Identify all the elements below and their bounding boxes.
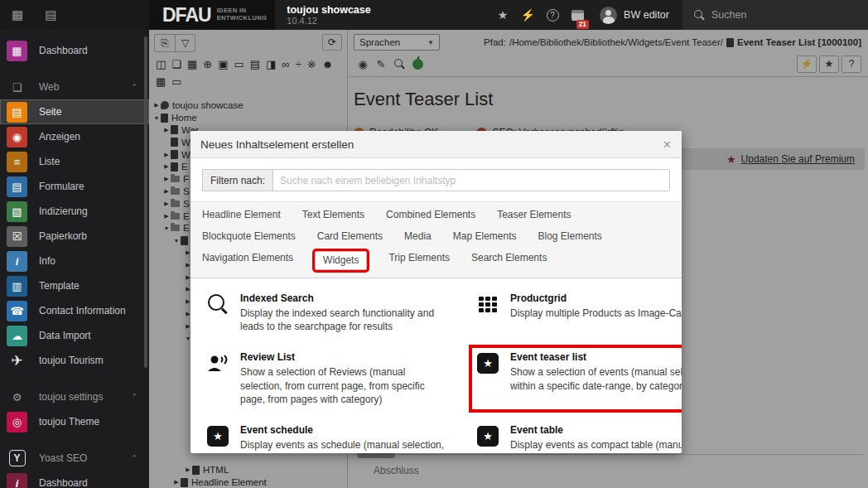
sidebar-item-label: Liste — [39, 156, 60, 167]
notification-badge: 21 — [576, 20, 589, 29]
element-item-icon: ★ — [475, 424, 500, 453]
element-item[interactable]: ★ Event table Display events as compact … — [472, 421, 682, 453]
element-item-description: Display events as schedule (manual selec… — [240, 438, 449, 453]
sidebar-item[interactable]: ☁ Data Import — [0, 323, 149, 348]
event-star-icon: ★ — [207, 426, 229, 447]
sidebar-item-icon: ▤ — [7, 176, 27, 197]
element-item-title: Review List — [240, 351, 449, 363]
sidebar-item-icon: i — [7, 473, 27, 488]
category-tab[interactable]: Blockquote Elements — [202, 230, 296, 244]
sidebar-item-label: Web — [39, 81, 59, 93]
element-item-title: Event table — [510, 424, 682, 436]
site-name: toujou showcase — [287, 4, 370, 16]
sidebar-item-label: toujou settings — [39, 391, 103, 403]
element-item[interactable]: Productgrid Display multiple Products as… — [472, 289, 682, 336]
sidebar-item[interactable]: ✈ toujou Tourism — [0, 348, 149, 373]
sidebar-item-label: toujou Tourism — [39, 355, 104, 366]
close-icon[interactable]: ✕ — [663, 138, 672, 151]
user-menu[interactable]: BW editor — [624, 9, 682, 21]
sidebar-item[interactable]: ☒ Papierkorb — [0, 224, 149, 249]
category-tab[interactable]: Blog Elements — [538, 230, 602, 244]
sidebar-item[interactable]: i Info — [0, 249, 149, 273]
help-icon[interactable]: ? — [540, 0, 565, 30]
sidebar-item[interactable]: ▥ Template — [0, 273, 149, 298]
search-icon — [694, 10, 704, 20]
bookmark-star-icon[interactable]: ★ — [490, 0, 515, 30]
sidebar-item[interactable]: ≡ Liste — [0, 149, 149, 174]
element-item-icon: ★ — [475, 351, 500, 406]
category-tab[interactable]: Map Elements — [453, 230, 517, 244]
sidebar-item-label: Dashboard — [39, 477, 88, 488]
category-tab[interactable]: Trip Elements — [388, 251, 450, 270]
sidebar-item-label: Dashboard — [39, 45, 88, 56]
element-list: Indexed Search Display the indexed searc… — [190, 278, 682, 453]
element-item-description: Display events as compact table (manual … — [510, 438, 682, 453]
chevron-up-icon: ⌃ — [131, 83, 137, 91]
new-content-element-modal: Neues Inhaltselement erstellen ✕ Filtern… — [190, 131, 682, 453]
filter-label: Filtern nach: — [202, 169, 272, 191]
element-item-title: Event schedule — [240, 424, 449, 436]
element-item-description: Show a selection of events (manual selec… — [510, 365, 682, 392]
category-tab[interactable]: Search Elements — [471, 251, 547, 270]
filter-row: Filtern nach: — [202, 169, 670, 191]
category-tab[interactable]: Widgets — [315, 251, 367, 270]
magnifier-icon — [208, 294, 228, 314]
sidebar-item-icon: ⚙ — [7, 387, 27, 408]
sidebar-item-icon: ▧ — [7, 201, 27, 222]
sidebar-scrollbar[interactable] — [144, 36, 147, 368]
filter-input[interactable] — [272, 169, 670, 191]
sidebar-item[interactable]: i Dashboard — [0, 471, 149, 488]
sidebar-item[interactable]: ▤ Seite — [0, 99, 149, 124]
sidebar-item-label: Yoast SEO — [39, 452, 87, 464]
sidebar-item-icon: ❏ — [7, 77, 27, 98]
element-item-icon: ★ — [205, 424, 230, 453]
review-person-icon — [207, 353, 229, 373]
element-item-icon — [475, 292, 500, 333]
modules-grid-icon[interactable]: ▦ — [12, 7, 23, 22]
search-input[interactable] — [711, 9, 836, 21]
element-item[interactable]: ★ Event schedule Display events as sched… — [202, 421, 452, 453]
sidebar-item-label: Info — [39, 255, 55, 267]
element-item[interactable]: ★ Event teaser list Show a selection of … — [472, 348, 682, 409]
sidebar-item[interactable]: Y Yoast SEO ⌃ — [0, 446, 149, 471]
sidebar-item[interactable]: ▤ Formulare — [0, 174, 149, 199]
element-item-description: Display multiple Products as Image-Cards… — [510, 307, 682, 320]
sidebar-item[interactable]: ⚙ toujou settings ⌃ — [0, 384, 149, 409]
sidebar-item-label: Indizierung — [39, 205, 88, 217]
sidebar-item[interactable]: ▦ Dashboard — [0, 38, 149, 63]
sidebar-item-label: Formulare — [39, 181, 84, 192]
avatar[interactable] — [600, 7, 617, 24]
site-info: toujou showcase 10.4.12 — [275, 0, 370, 30]
vendor-logo: DFAU IDEEN INENTWICKLUNG — [149, 0, 275, 30]
category-tab[interactable]: Teaser Elements — [497, 208, 571, 222]
sidebar-item-icon: ✈ — [7, 350, 27, 371]
category-tab[interactable]: Combined Elements — [386, 208, 475, 222]
dfau-claim: IDEEN INENTWICKLUNG — [217, 7, 268, 22]
sidebar-item-icon: ▤ — [7, 102, 27, 123]
module-sidebar: ▦ Dashboard ❏ Web ⌃ ▤ Seite ◉ Anzeigen ≡… — [0, 30, 149, 488]
element-category-tabs: Headline Element Text Elements Combined … — [190, 201, 682, 278]
sidebar-item-icon: ▦ — [7, 41, 27, 61]
sidebar-item-icon: ☁ — [7, 326, 27, 346]
systeminfo-calendar-icon[interactable]: 21 — [565, 0, 590, 30]
category-tab[interactable]: Card Elements — [317, 230, 383, 244]
category-tab[interactable]: Text Elements — [302, 208, 364, 222]
sidebar-item-icon: ☎ — [7, 301, 27, 321]
category-tab[interactable]: Media — [404, 230, 432, 244]
element-item[interactable]: Review List Show a selection of Reviews … — [202, 348, 452, 409]
sidebar-item[interactable]: ▧ Indizierung — [0, 199, 149, 224]
clear-cache-bolt-icon[interactable]: ⚡ — [515, 0, 540, 30]
sidebar-item[interactable]: ◉ Anzeigen — [0, 124, 149, 149]
category-tab[interactable]: Headline Element — [202, 208, 281, 222]
category-tab[interactable]: Navigation Elements — [202, 251, 293, 270]
element-item[interactable]: Indexed Search Display the indexed searc… — [202, 289, 452, 336]
sidebar-item-icon: i — [7, 251, 27, 272]
module-menu-icon[interactable]: ▤ — [45, 7, 56, 22]
sidebar-item[interactable]: ◎ toujou Theme — [0, 409, 149, 434]
sidebar-item[interactable]: ☎ Contact Information — [0, 298, 149, 323]
element-item-icon — [205, 292, 230, 333]
sidebar-item-icon: ☒ — [7, 226, 27, 247]
element-item-title: Productgrid — [510, 292, 682, 304]
modal-title: Neues Inhaltselement erstellen — [200, 138, 354, 151]
sidebar-item[interactable]: ❏ Web ⌃ — [0, 75, 149, 99]
